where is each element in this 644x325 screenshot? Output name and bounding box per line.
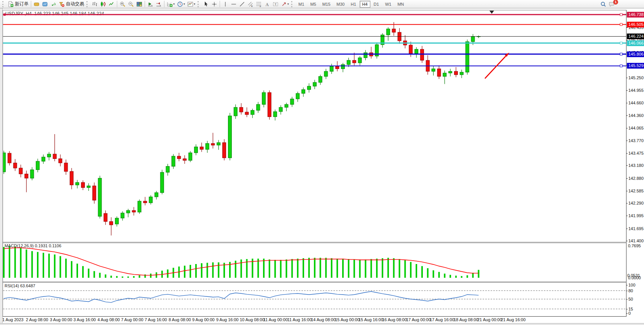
price-axis-tick-label: 145.250 — [628, 75, 644, 80]
price-axis-tick-label: 144.065 — [628, 126, 644, 130]
templates-icon — [187, 1, 193, 7]
fibonacci-icon: F — [256, 1, 262, 7]
svg-text:T: T — [275, 2, 277, 6]
window-left-edge — [0, 8, 3, 325]
toolbar-grip[interactable] — [198, 1, 201, 7]
fibonacci-tool-button[interactable]: F — [255, 0, 263, 8]
rsi-indicator-pane[interactable] — [3, 283, 626, 316]
time-axis-label: 9 Aug 00:00 — [192, 317, 215, 322]
text-tool-button[interactable]: A — [263, 0, 271, 8]
toolbox-button[interactable] — [32, 0, 41, 8]
price-axis-line — [626, 10, 626, 317]
crosshair-icon — [211, 1, 217, 7]
text-label-tool-button[interactable]: T — [271, 0, 280, 8]
chevron-down-icon: ▾ — [173, 2, 175, 6]
signals-button[interactable] — [49, 0, 57, 8]
timeframe-button-m5[interactable]: M5 — [308, 1, 319, 8]
toolbar-separator — [117, 1, 117, 7]
chart-frame-left — [3, 10, 3, 317]
auto-scroll-icon — [147, 1, 153, 7]
time-axis-label: 17 Aug 16:00 — [430, 317, 454, 322]
toolbar-grip[interactable] — [86, 1, 89, 7]
time-axis-label: 10 Aug 08:00 — [240, 317, 265, 322]
rsi-level-label: 15 — [628, 307, 633, 311]
price-axis-tick-label: 143.475 — [628, 151, 644, 155]
toolbar: 新订单 自动交易 — [0, 0, 644, 8]
price-chart-pane[interactable] — [3, 10, 626, 242]
zoom-out-button[interactable] — [127, 0, 135, 8]
time-axis-label: 15 Aug 16:00 — [359, 317, 383, 322]
price-line-tag[interactable]: 146.505 — [627, 22, 644, 27]
price-axis-tick-label: 141.995 — [628, 213, 644, 218]
zoom-in-button[interactable] — [118, 0, 127, 8]
auto-trading-label: 自动交易 — [66, 1, 84, 7]
search-icon — [600, 1, 606, 7]
line-chart-button[interactable] — [107, 0, 116, 8]
price-axis-tick-label: 143.770 — [628, 138, 644, 143]
price-line-tag[interactable]: 146.738 — [627, 12, 644, 18]
chart-frame-bottom — [3, 316, 626, 317]
add-indicator-button[interactable]: ▾ — [166, 0, 176, 8]
time-axis-label: 11 Aug 16:00 — [287, 317, 312, 322]
cursor-button[interactable] — [202, 0, 210, 8]
bar-chart-button[interactable] — [91, 0, 99, 8]
rsi-level-label: 80 — [628, 288, 633, 293]
price-line-tag[interactable]: 146.066 — [627, 40, 644, 46]
auto-scroll-button[interactable] — [146, 0, 155, 8]
timeframe-button-h1[interactable]: H1 — [348, 1, 359, 8]
time-axis-label: 21 Aug 16:00 — [501, 317, 526, 322]
macd-indicator-pane[interactable] — [3, 243, 626, 282]
toolbar-grip[interactable] — [2, 1, 5, 7]
timeframe-button-m1[interactable]: M1 — [296, 1, 307, 8]
time-axis-label: 16 Aug 08:00 — [382, 317, 407, 322]
pane-separator[interactable] — [3, 243, 626, 243]
time-axis-label: 9 Aug 16:00 — [216, 317, 239, 322]
price-axis-tick-label: 144.955 — [628, 88, 644, 93]
vertical-line-tool-button[interactable] — [221, 0, 230, 8]
trendline-tool-button[interactable] — [238, 0, 246, 8]
periods-button[interactable]: ▾ — [176, 0, 186, 8]
timeframe-button-mn[interactable]: MN — [395, 1, 406, 8]
search-button[interactable] — [599, 0, 607, 8]
chart-shift-button[interactable] — [155, 0, 163, 8]
price-axis-tick-label: 142.290 — [628, 201, 644, 205]
templates-button[interactable]: ▾ — [186, 0, 196, 8]
timeframe-button-m30[interactable]: M30 — [334, 1, 347, 8]
pane-separator[interactable] — [3, 282, 626, 283]
auto-trading-icon — [59, 1, 65, 7]
new-order-button[interactable]: 新订单 — [6, 0, 30, 8]
svg-text:A: A — [266, 2, 269, 7]
timeframe-button-d1[interactable]: D1 — [371, 1, 382, 8]
candlestick-chart-icon — [100, 1, 106, 7]
timeframe-button-w1[interactable]: W1 — [383, 1, 394, 8]
horizontal-line-icon — [231, 1, 237, 7]
bar-chart-icon — [92, 1, 98, 7]
timeframe-button-m15[interactable]: M15 — [320, 1, 333, 8]
rsi-level-label: 0 — [628, 311, 631, 315]
time-axis-label: 18 Aug 08:00 — [454, 317, 478, 322]
arrows-tool-button[interactable]: ▾ — [280, 0, 290, 8]
toolbar-grip[interactable] — [291, 1, 294, 7]
price-axis-tick-label: 143.180 — [628, 163, 644, 168]
auto-trading-button[interactable]: 自动交易 — [57, 0, 85, 8]
timeframe-button-h4[interactable]: H4 — [360, 1, 370, 8]
market-watch-button[interactable] — [41, 0, 49, 8]
channel-tool-button[interactable]: E — [246, 0, 255, 8]
toolbar-separator — [164, 1, 164, 7]
price-axis-tick-label: 142.880 — [628, 176, 644, 181]
notifications-button[interactable]: 1 — [607, 0, 616, 8]
new-order-label: 新订单 — [15, 1, 29, 7]
horizontal-line-tool-button[interactable] — [230, 0, 238, 8]
tile-windows-button[interactable] — [135, 0, 143, 8]
add-indicator-icon — [167, 1, 173, 7]
time-axis-label: 15 Aug 00:00 — [335, 317, 360, 322]
equidistant-channel-icon: E — [247, 1, 253, 7]
price-line-tag[interactable]: 145.529 — [627, 63, 644, 69]
pane-separator[interactable] — [3, 282, 626, 282]
crosshair-button[interactable] — [210, 0, 218, 8]
price-line-tag[interactable]: 145.806 — [627, 51, 644, 57]
current-price-tag: 146.224 — [627, 34, 644, 39]
pane-separator[interactable] — [3, 242, 626, 242]
candlestick-chart-button[interactable] — [99, 0, 107, 8]
rsi-level-label: 50 — [628, 297, 633, 301]
